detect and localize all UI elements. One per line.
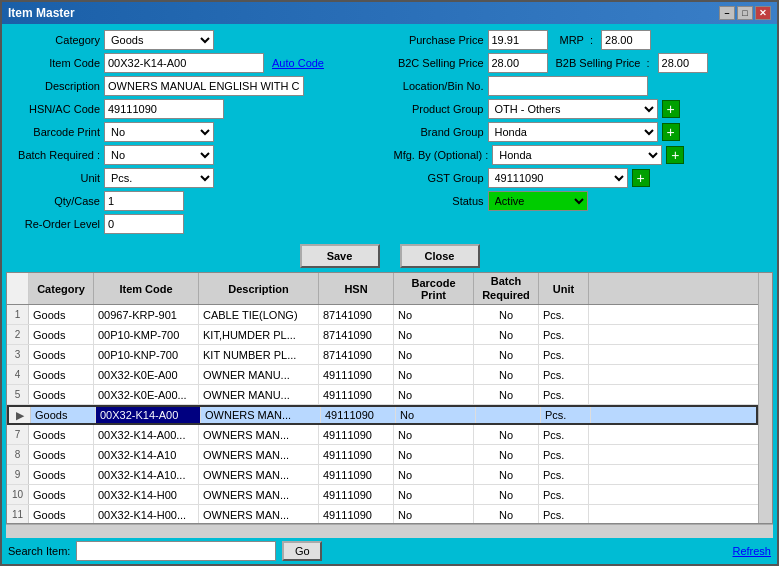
go-button[interactable]: Go	[282, 541, 322, 561]
row-num: 4	[7, 365, 29, 384]
re-order-input[interactable]	[104, 214, 184, 234]
qty-case-row: Qty/Case	[10, 191, 386, 211]
mfg-by-select[interactable]: Honda	[492, 145, 662, 165]
close-button[interactable]: Close	[400, 244, 480, 268]
description-label: Description	[10, 80, 100, 92]
cell-batch: No	[474, 385, 539, 404]
grid-main: Category Item Code Description HSN Barco…	[7, 273, 758, 523]
horizontal-scrollbar[interactable]	[6, 524, 773, 538]
table-row[interactable]: 2 Goods 00P10-KMP-700 KIT,HUMDER PL... 8…	[7, 325, 758, 345]
item-code-input[interactable]	[104, 53, 264, 73]
b2c-label: B2C Selling Price	[394, 57, 484, 69]
category-row: Category Goods	[10, 30, 386, 50]
row-num: 11	[7, 505, 29, 523]
mfg-by-add-button[interactable]: +	[666, 146, 684, 164]
table-row[interactable]: 5 Goods 00X32-K0E-A00... OWNER MANU... 4…	[7, 385, 758, 405]
header-barcode-print: Barcode Print	[394, 273, 474, 304]
cell-hsn: 49111090	[319, 385, 394, 404]
table-row[interactable]: 7 Goods 00X32-K14-A00... OWNERS MAN... 4…	[7, 425, 758, 445]
purchase-price-input[interactable]	[488, 30, 548, 50]
cell-batch: No	[474, 505, 539, 523]
cell-barcode: No	[394, 445, 474, 464]
vertical-scrollbar[interactable]	[758, 273, 772, 523]
cell-hsn: 49111090	[321, 407, 396, 423]
b2c-input[interactable]	[488, 53, 548, 73]
header-num	[7, 273, 29, 304]
batch-required-select[interactable]: No Yes	[104, 145, 214, 165]
cell-category: Goods	[29, 345, 94, 364]
cell-item-code: 00967-KRP-901	[94, 305, 199, 324]
gst-group-add-button[interactable]: +	[632, 169, 650, 187]
table-row[interactable]: 8 Goods 00X32-K14-A10 OWNERS MAN... 4911…	[7, 445, 758, 465]
hsn-input[interactable]	[104, 99, 224, 119]
cell-hsn: 87141090	[319, 325, 394, 344]
qty-case-input[interactable]	[104, 191, 184, 211]
refresh-link[interactable]: Refresh	[732, 545, 771, 557]
purchase-price-label: Purchase Price	[394, 34, 484, 46]
b2b-input[interactable]	[658, 53, 708, 73]
table-row[interactable]: 3 Goods 00P10-KNP-700 KIT NUMBER PL... 8…	[7, 345, 758, 365]
re-order-row: Re-Order Level	[10, 214, 386, 234]
table-row[interactable]: 4 Goods 00X32-K0E-A00 OWNER MANU... 4911…	[7, 365, 758, 385]
unit-select[interactable]: Pcs.	[104, 168, 214, 188]
brand-group-add-button[interactable]: +	[662, 123, 680, 141]
description-row: Description	[10, 76, 386, 96]
item-code-row: Item Code Auto Code	[10, 53, 386, 73]
cell-description: CABLE TIE(LONG)	[199, 305, 319, 324]
cell-barcode: No	[394, 325, 474, 344]
item-code-label: Item Code	[10, 57, 100, 69]
form-right: Purchase Price MRP : B2C Selling Price B…	[394, 30, 770, 234]
product-group-select[interactable]: OTH - Others	[488, 99, 658, 119]
auto-code-link[interactable]: Auto Code	[272, 57, 324, 69]
description-input[interactable]	[104, 76, 304, 96]
search-item-input[interactable]	[76, 541, 276, 561]
table-row[interactable]: 10 Goods 00X32-K14-H00 OWNERS MAN... 491…	[7, 485, 758, 505]
brand-group-select[interactable]: Honda	[488, 122, 658, 142]
gst-group-label: GST Group	[394, 172, 484, 184]
table-row[interactable]: 11 Goods 00X32-K14-H00... OWNERS MAN... …	[7, 505, 758, 523]
location-input[interactable]	[488, 76, 648, 96]
cell-unit: Pcs.	[539, 325, 589, 344]
maximize-button[interactable]: □	[737, 6, 753, 20]
cell-hsn: 87141090	[319, 345, 394, 364]
close-window-button[interactable]: ✕	[755, 6, 771, 20]
category-label: Category	[10, 34, 100, 46]
table-row[interactable]: ▶ Goods 00X32-K14-A00 OWNERS MAN... 4911…	[7, 405, 758, 425]
row-num: 1	[7, 305, 29, 324]
b2c-b2b-row: B2C Selling Price B2B Selling Price :	[394, 53, 770, 73]
brand-group-label: Brand Group	[394, 126, 484, 138]
mrp-colon: :	[590, 34, 593, 46]
mrp-label: MRP	[560, 34, 584, 46]
category-select[interactable]: Goods	[104, 30, 214, 50]
cell-hsn: 49111090	[319, 445, 394, 464]
status-select[interactable]: Active Inactive	[488, 191, 588, 211]
gst-group-select[interactable]: 49111090	[488, 168, 628, 188]
cell-barcode: No	[394, 365, 474, 384]
hsn-row: HSN/AC Code	[10, 99, 386, 119]
mrp-input[interactable]	[601, 30, 651, 50]
cell-hsn: 49111090	[319, 425, 394, 444]
cell-item-code: 00X32-K14-A00...	[94, 425, 199, 444]
minimize-button[interactable]: –	[719, 6, 735, 20]
status-row: Status Active Inactive	[394, 191, 770, 211]
cell-description: OWNERS MAN...	[199, 505, 319, 523]
cell-barcode: No	[394, 385, 474, 404]
cell-category: Goods	[29, 325, 94, 344]
cell-hsn: 87141090	[319, 305, 394, 324]
cell-batch: No	[474, 485, 539, 504]
row-num: 2	[7, 325, 29, 344]
save-button[interactable]: Save	[300, 244, 380, 268]
cell-description: OWNERS MAN...	[201, 407, 321, 423]
cell-hsn: 49111090	[319, 505, 394, 523]
barcode-print-select[interactable]: No Yes	[104, 122, 214, 142]
purchase-price-row: Purchase Price MRP :	[394, 30, 770, 50]
gst-group-row: GST Group 49111090 +	[394, 168, 770, 188]
product-group-add-button[interactable]: +	[662, 100, 680, 118]
table-row[interactable]: 9 Goods 00X32-K14-A10... OWNERS MAN... 4…	[7, 465, 758, 485]
cell-batch: No	[474, 445, 539, 464]
title-bar-buttons: – □ ✕	[719, 6, 771, 20]
cell-unit: Pcs.	[539, 505, 589, 523]
title-bar: Item Master – □ ✕	[2, 2, 777, 24]
table-row[interactable]: 1 Goods 00967-KRP-901 CABLE TIE(LONG) 87…	[7, 305, 758, 325]
grid-body: 1 Goods 00967-KRP-901 CABLE TIE(LONG) 87…	[7, 305, 758, 523]
